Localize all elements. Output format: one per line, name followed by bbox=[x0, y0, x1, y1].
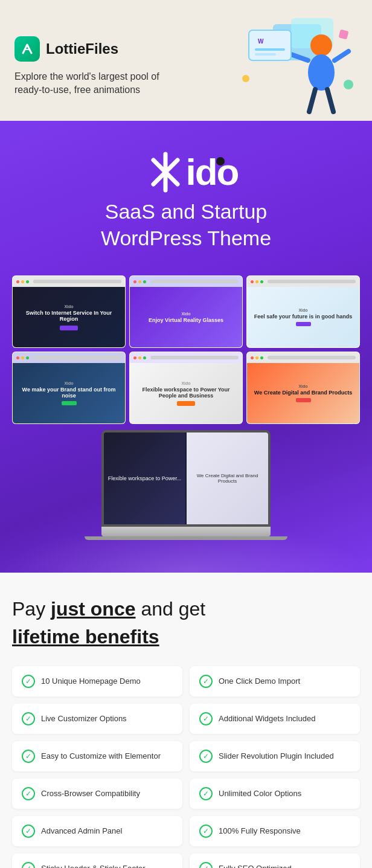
banner-tagline: Explore the world's largest pool of read… bbox=[14, 70, 159, 97]
screenshot-card-2: Xido Enjoy Virtual Reality Glasses bbox=[129, 275, 243, 348]
check-icon-5: ✓ bbox=[22, 750, 35, 763]
svg-point-13 bbox=[344, 80, 353, 89]
feature-text-7: Cross-Browser Compatibility bbox=[41, 789, 140, 799]
feature-text-10: 100% Fully Responsive bbox=[219, 826, 301, 837]
xido-logo-container: i d o bbox=[12, 151, 360, 193]
feature-text-9: Advanced Admin Panel bbox=[41, 826, 122, 837]
banner-logo: LottieFiles bbox=[14, 36, 237, 62]
svg-line-7 bbox=[327, 89, 333, 112]
feature-item-11: ✓ Sticky Header & Sticky Footer bbox=[12, 854, 182, 868]
screenshot-card-3: Xido Feel safe your future is in good ha… bbox=[246, 275, 360, 348]
svg-line-5 bbox=[335, 51, 348, 60]
lifetime-text: lifetime benefits bbox=[12, 626, 360, 648]
check-icon-7: ✓ bbox=[22, 787, 35, 800]
svg-point-12 bbox=[242, 75, 249, 82]
feature-text-2: One Click Demo Import bbox=[219, 677, 300, 687]
lottiefiles-icon bbox=[14, 36, 40, 62]
feature-item-12: ✓ Fully SEO Optimized bbox=[190, 854, 360, 868]
check-icon-12: ✓ bbox=[199, 862, 213, 868]
check-icon-8: ✓ bbox=[199, 787, 213, 800]
feature-text-4: Additional Widgets Included bbox=[219, 714, 315, 724]
feature-text-5: Easy to Customize with Elementor bbox=[41, 751, 161, 762]
feature-item-8: ✓ Unlimited Color Options bbox=[190, 779, 360, 809]
banner-illustration: W bbox=[237, 12, 358, 121]
just-once-text: just once bbox=[51, 598, 135, 620]
feature-item-6: ✓ Slider Revolution Plugin Included bbox=[190, 741, 360, 771]
feature-text-6: Slider Revolution Plugin Included bbox=[219, 751, 334, 762]
svg-rect-10 bbox=[255, 48, 285, 51]
laptop-mockup: Flexible workspace to Power... We Create… bbox=[12, 430, 360, 536]
screenshot-card-1: Xido Switch to Internet Service In Your … bbox=[12, 275, 126, 348]
feature-item-10: ✓ 100% Fully Responsive bbox=[190, 816, 360, 846]
svg-rect-11 bbox=[255, 53, 276, 56]
check-icon-6: ✓ bbox=[199, 750, 213, 763]
svg-text:W: W bbox=[258, 38, 264, 45]
screenshot-card-6: Xido We Create Digital and Brand Product… bbox=[246, 352, 360, 424]
screenshot-card-5: Xido Flexible workspace to Power Your Pe… bbox=[129, 352, 243, 424]
screenshots-grid: Xido Switch to Internet Service In Your … bbox=[12, 275, 360, 424]
feature-item-9: ✓ Advanced Admin Panel bbox=[12, 816, 182, 846]
brand-name: LottieFiles bbox=[46, 40, 118, 57]
svg-rect-8 bbox=[249, 30, 291, 60]
feature-item-3: ✓ Live Customizer Options bbox=[12, 704, 182, 734]
check-icon-9: ✓ bbox=[22, 825, 35, 838]
features-section: Pay just once and get lifetime benefits … bbox=[0, 573, 372, 868]
check-icon-1: ✓ bbox=[22, 675, 35, 688]
xido-logo-text: i d o bbox=[147, 151, 239, 193]
feature-item-5: ✓ Easy to Customize with Elementor bbox=[12, 741, 182, 771]
pay-headline: Pay just once and get bbox=[12, 597, 360, 622]
svg-line-6 bbox=[309, 89, 315, 112]
feature-item-1: ✓ 10 Unique Homepage Demo bbox=[12, 666, 182, 696]
hero-section: i d o SaaS and Startup WordPress Theme X… bbox=[0, 121, 372, 573]
svg-point-2 bbox=[310, 34, 332, 56]
feature-item-4: ✓ Additional Widgets Included bbox=[190, 704, 360, 734]
banner-left: LottieFiles Explore the world's largest … bbox=[14, 36, 237, 97]
feature-text-11: Sticky Header & Sticky Footer bbox=[41, 864, 146, 868]
screenshot-card-4: Xido We make your Brand stand out from n… bbox=[12, 352, 126, 424]
features-grid: ✓ 10 Unique Homepage Demo ✓ One Click De… bbox=[12, 666, 360, 868]
feature-item-7: ✓ Cross-Browser Compatibility bbox=[12, 779, 182, 809]
check-icon-2: ✓ bbox=[199, 675, 213, 688]
top-banner: LottieFiles Explore the world's largest … bbox=[0, 0, 372, 121]
svg-rect-14 bbox=[338, 29, 348, 39]
hero-subtitle: SaaS and Startup WordPress Theme bbox=[12, 198, 360, 251]
feature-text-3: Live Customizer Options bbox=[41, 714, 127, 724]
feature-text-12: Fully SEO Optimized bbox=[219, 864, 292, 868]
svg-point-3 bbox=[308, 54, 335, 91]
check-icon-11: ✓ bbox=[22, 862, 35, 868]
feature-text-1: 10 Unique Homepage Demo bbox=[41, 677, 141, 687]
feature-item-2: ✓ One Click Demo Import bbox=[190, 666, 360, 696]
check-icon-10: ✓ bbox=[199, 825, 213, 838]
feature-text-8: Unlimited Color Options bbox=[219, 789, 301, 799]
check-icon-3: ✓ bbox=[22, 712, 35, 725]
check-icon-4: ✓ bbox=[199, 712, 213, 725]
